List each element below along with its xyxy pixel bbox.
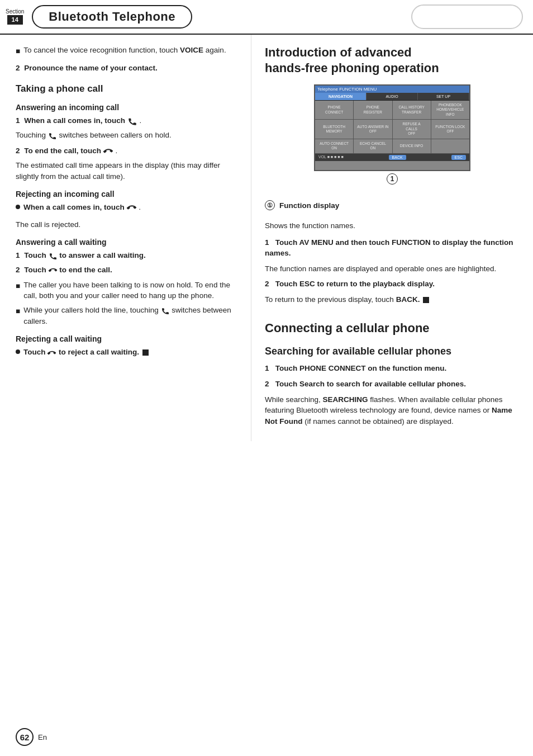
step-num: 2 <box>16 64 20 72</box>
screen-cell-phone-connect: PHONECONNECT <box>315 101 353 119</box>
screen-cell-device-info: DEVICE INFO <box>393 139 431 153</box>
screen-cell-bluetooth-memory: BLUETOOTHMEMORY <box>315 120 353 138</box>
connect-step1-text: Touch PHONE CONNECT on the function menu… <box>275 364 447 372</box>
step-num: 1 <box>16 251 20 259</box>
pronounce-text: Pronounce the name of your contact. <box>24 64 158 72</box>
circled-num-1: ① <box>265 200 275 210</box>
content-area: ■ To cancel the voice recognition functi… <box>0 35 533 441</box>
connect-step1: 1 Touch PHONE CONNECT on the function me… <box>265 363 520 374</box>
screen-cell-echo-cancel: ECHO CANCELON <box>354 139 392 153</box>
screen-cell-auto-answer: AUTO ANSWER INOFF <box>354 120 392 138</box>
answer-step1: 1 When a call comes in, touch . <box>16 115 240 126</box>
section-label: Section <box>6 9 24 15</box>
page: Section 14 Bluetooth Telephone ■ To canc… <box>0 0 533 756</box>
intro-title-line1: Introduction of advanced <box>265 45 412 59</box>
header: Section 14 Bluetooth Telephone <box>0 0 533 35</box>
section-block: Section 14 <box>6 9 24 25</box>
screen-cell-empty <box>431 139 469 153</box>
screen-top-bar: Telephone FUNCTION MENU <box>315 86 469 93</box>
searching-bold: SEARCHING <box>323 395 368 404</box>
rejecting-waiting-subtitle: Rejecting a call waiting <box>16 334 240 343</box>
phone-end-icon2 <box>127 202 137 214</box>
name-not-found-bold: Name Not Found <box>265 406 512 426</box>
step-num: 2 <box>16 266 20 274</box>
connect-step2-num: 2 <box>265 380 273 388</box>
connect-step2-body: While searching, SEARCHING flashes. When… <box>265 394 520 427</box>
waiting-body2-text: While your callers hold the line, touchi… <box>23 305 240 327</box>
bullet-symbol2: ■ <box>16 281 20 292</box>
bullet-symbol3: ■ <box>16 306 20 317</box>
rejecting-incoming-subtitle: Rejecting an incoming call <box>16 190 240 199</box>
section-number: 14 <box>7 15 23 25</box>
right-column: Introduction of advanced hands-free phon… <box>251 35 533 441</box>
touch-av-num: 1 <box>265 238 273 247</box>
touch-av-text: Touch AV MENU and then touch FUNCTION to… <box>265 238 513 258</box>
reject-waiting-text: Touch to reject a call waiting. <box>23 347 149 358</box>
waiting-step1: 1 Touch to answer a call waiting. <box>16 250 240 261</box>
screen-vol-label: VOL ■ ■ ■ ■ ■ <box>318 155 344 160</box>
touch-av-body: The function names are displayed and ope… <box>265 263 520 275</box>
phone-end-icon <box>103 146 113 157</box>
waiting-step2: 2 Touch to end the call. <box>16 264 240 276</box>
connect-step2: 2 Touch Search to search for available c… <box>265 379 520 390</box>
step-num: 2 <box>16 147 20 155</box>
page-title: Bluetooth Telephone <box>32 5 192 29</box>
circle-bullet-icon2 <box>16 349 20 354</box>
answer-step2-body: The estimated call time appears in the d… <box>16 160 240 182</box>
connect-step2-text: Touch Search to search for available cel… <box>275 380 466 388</box>
cancel-voice-text: To cancel the voice recognition function… <box>23 45 226 56</box>
screen-grid: PHONECONNECT PHONEREGISTER CALL HISTORYT… <box>315 101 469 153</box>
screen-image: Telephone FUNCTION MENU NAVIGATION AUDIO… <box>314 84 470 171</box>
screen-tab-navigation: NAVIGATION <box>315 93 367 100</box>
screen-cell-phone-register: PHONEREGISTER <box>354 101 392 119</box>
waiting-body1-text: The caller you have been talking to is n… <box>23 280 240 301</box>
screen-tab-setup: SET UP <box>418 93 469 100</box>
square-icon <box>142 349 149 356</box>
screen-cell-function-lock: FUNCTION LOCKOFF <box>431 120 469 138</box>
header-right-pill <box>411 4 523 29</box>
left-column: ■ To cancel the voice recognition functi… <box>0 35 251 441</box>
phone-answer-icon2 <box>48 130 57 141</box>
touch-esc-step: 2 Touch ESC to return to the playback di… <box>265 278 520 290</box>
answering-incoming-subtitle: Answering an incoming call <box>16 103 240 112</box>
language-label: En <box>38 733 47 741</box>
function-display-line: ① Function display <box>265 200 520 210</box>
taking-phone-call-title: Taking a phone call <box>16 83 240 94</box>
touch-esc-num: 2 <box>265 280 273 288</box>
touch-esc-text: Touch ESC to return to the playback disp… <box>275 280 435 288</box>
reject-bullet: When a call comes in, touch . <box>16 202 240 213</box>
screen-wrapper: Telephone FUNCTION MENU NAVIGATION AUDIO… <box>314 84 470 171</box>
screen-back-btn: BACK <box>389 155 406 160</box>
reject-waiting-bullet: Touch to reject a call waiting. <box>16 347 240 358</box>
page-number: 62 <box>16 728 34 746</box>
touch-av-step: 1 Touch AV MENU and then touch FUNCTION … <box>265 237 520 259</box>
touch-esc-body: To return to the previous display, touch… <box>265 294 520 305</box>
phone-end-icon4 <box>47 347 56 358</box>
phone-answer-icon4 <box>161 305 170 316</box>
function-display-desc: Shows the function names. <box>265 220 520 231</box>
reject-text: When a call comes in, touch . <box>23 202 141 213</box>
screen-cell-refuse-calls: REFUSE ACALLSOFF <box>393 120 431 138</box>
screen-bottom-bar: VOL ■ ■ ■ ■ ■ BACK ESC <box>315 153 469 161</box>
screen-cell-auto-connect: AUTO CONNECTON <box>315 139 353 153</box>
screen-esc-btn: ESC <box>451 155 466 160</box>
footer: 62 En <box>16 728 47 746</box>
circle-bullet-icon <box>16 205 20 209</box>
cancel-voice-bullet: ■ To cancel the voice recognition functi… <box>16 45 240 57</box>
answer-step1-body: Touching switches between callers on hol… <box>16 130 240 141</box>
intro-title-line2: hands-free phoning operation <box>265 61 439 75</box>
searching-title: Searching for available cellular phones <box>265 345 520 358</box>
annotation-circle: 1 <box>387 173 398 185</box>
pronounce-step: 2 Pronounce the name of your contact. <box>16 63 240 74</box>
function-display-label: Function display <box>279 201 339 210</box>
phone-end-icon3 <box>49 265 58 276</box>
screen-cell-phonebook: PHONEBOOKHOME/VEHICLEINFO <box>431 101 469 119</box>
touch-esc-back: BACK. <box>396 295 420 304</box>
screen-top-text: Telephone FUNCTION MENU <box>317 87 377 92</box>
bullet-symbol: ■ <box>16 46 20 57</box>
square-icon2 <box>423 297 429 303</box>
answer-step1-text: When a call comes in, touch . <box>24 116 141 125</box>
waiting-body2-bullet: ■ While your callers hold the line, touc… <box>16 305 240 327</box>
connect-step1-num: 1 <box>265 364 273 372</box>
waiting-body1-bullet: ■ The caller you have been talking to is… <box>16 280 240 301</box>
